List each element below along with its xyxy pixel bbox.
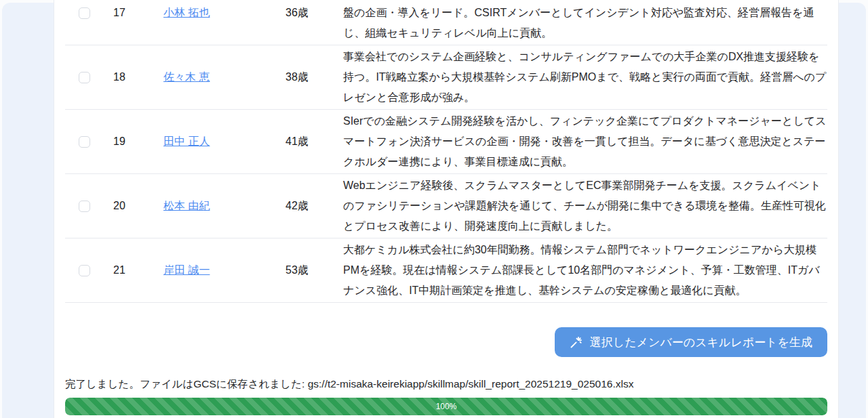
member-name-link[interactable]: 小林 拓也	[163, 7, 210, 18]
main-content-column: 17 小林 拓也 36歳 SIerで金融インフラ構築経験後、銀行でセキュリティエ…	[54, 0, 839, 418]
progress-bar-fill: 100%	[65, 398, 827, 415]
member-age: 41歳	[258, 135, 343, 149]
row-checkbox[interactable]	[79, 7, 90, 19]
member-name-link[interactable]: 佐々木 恵	[163, 71, 210, 83]
row-number: 18	[103, 71, 136, 83]
member-description: SIerでの金融システム開発経験を活かし、フィンテック企業にてプロダクトマネージ…	[343, 111, 827, 172]
row-number: 19	[103, 135, 136, 148]
table-row: 21 岸田 誠一 53歳 大都ケミカル株式会社に約30年間勤務。情報システム部門…	[65, 238, 827, 303]
row-number: 17	[103, 7, 136, 19]
table-row: 20 松本 由紀 42歳 Webエンジニア経験後、スクラムマスターとしてEC事業…	[65, 174, 827, 238]
generate-report-button[interactable]: 選択したメンバーのスキルレポートを生成	[555, 327, 827, 357]
member-age: 53歳	[258, 264, 343, 278]
member-description: SIerで金融インフラ構築経験後、銀行でセキュリティエンジニアとして、クラウドセ…	[343, 0, 827, 43]
member-description: Webエンジニア経験後、スクラムマスターとしてEC事業部開発チームを支援。スクラ…	[343, 175, 827, 236]
row-number: 20	[103, 200, 136, 212]
generate-report-button-label: 選択したメンバーのスキルレポートを生成	[590, 335, 812, 350]
row-checkbox[interactable]	[79, 265, 90, 276]
progress-bar: 100%	[65, 398, 827, 415]
member-age: 42歳	[258, 199, 343, 213]
row-number: 21	[103, 264, 136, 276]
member-name-link[interactable]: 岸田 誠一	[163, 264, 210, 276]
table-row: 18 佐々木 恵 38歳 事業会社でのシステム企画経験と、コンサルティングファー…	[65, 45, 827, 110]
member-table: 17 小林 拓也 36歳 SIerで金融インフラ構築経験後、銀行でセキュリティエ…	[65, 0, 827, 303]
member-name-link[interactable]: 田中 正人	[163, 135, 210, 147]
row-checkbox[interactable]	[79, 136, 90, 148]
member-name-link[interactable]: 松本 由紀	[163, 200, 210, 211]
member-age: 36歳	[258, 6, 343, 20]
progress-percent-label: 100%	[436, 402, 457, 411]
row-checkbox[interactable]	[79, 201, 90, 212]
actions-row: 選択したメンバーのスキルレポートを生成	[65, 327, 827, 357]
member-description: 大都ケミカル株式会社に約30年間勤務。情報システム部門でネットワークエンジニアか…	[343, 240, 827, 301]
row-checkbox[interactable]	[79, 72, 90, 83]
member-description: 事業会社でのシステム企画経験と、コンサルティングファームでの大手企業のDX推進支…	[343, 47, 827, 108]
table-row: 17 小林 拓也 36歳 SIerで金融インフラ構築経験後、銀行でセキュリティエ…	[65, 0, 827, 45]
member-age: 38歳	[258, 70, 343, 85]
wand-sparkles-icon	[570, 335, 583, 349]
table-row: 19 田中 正人 41歳 SIerでの金融システム開発経験を活かし、フィンテック…	[65, 110, 827, 174]
status-message: 完了しました。ファイルはGCSに保存されました: gs://t2-misaka-…	[65, 377, 827, 392]
